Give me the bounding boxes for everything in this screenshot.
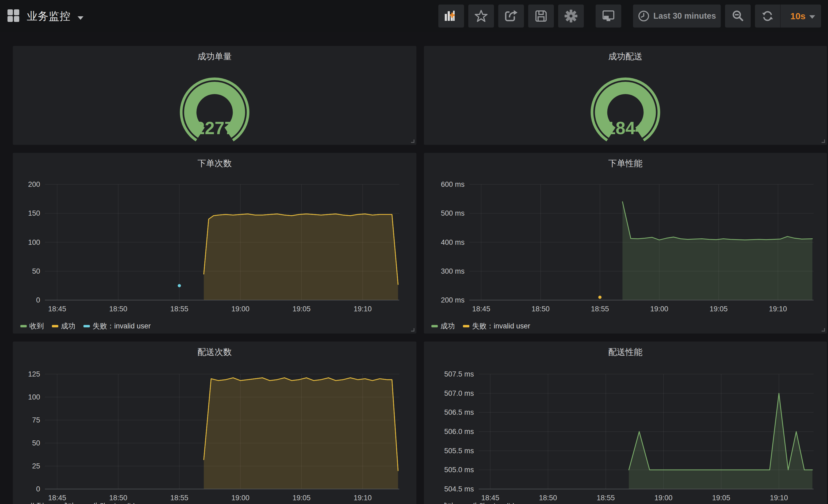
gauge-value: 1844: [606, 118, 645, 138]
x-axis-label: 19:05: [712, 494, 731, 502]
dashboard-title-caret-icon[interactable]: [78, 16, 83, 20]
legend-label: 成功: [441, 501, 455, 504]
y-axis-label: 150: [28, 209, 40, 217]
legend-item[interactable]: 失败：invalid user: [83, 501, 151, 504]
data-point[interactable]: [178, 284, 181, 287]
legend-item[interactable]: 失败：invalid user: [463, 321, 530, 331]
y-axis-label: 300 ms: [441, 267, 464, 275]
y-axis-label: 500 ms: [441, 209, 464, 217]
tv-cycle-button[interactable]: [595, 5, 621, 28]
clock-icon: [638, 10, 650, 22]
panel-order-performance: 下单性能 200 ms300 ms400 ms500 ms600 ms18:45…: [424, 153, 827, 333]
x-axis-label: 19:05: [709, 305, 728, 313]
y-axis-label: 507.0 ms: [444, 390, 474, 397]
dashboard-title[interactable]: 业务监控: [27, 9, 71, 24]
panel-resize-handle[interactable]: [410, 138, 415, 143]
y-axis-label: 25: [32, 462, 40, 470]
refresh-button[interactable]: [755, 5, 781, 28]
refresh-interval-label: 10s: [790, 11, 805, 21]
chart-legend: 收到成功失败：invalid user: [20, 501, 151, 504]
legend-label: 收到: [30, 321, 44, 331]
y-axis-label: 100: [28, 393, 40, 401]
x-axis-label: 18:50: [109, 305, 127, 313]
add-panel-icon: [444, 10, 458, 22]
x-axis-label: 18:45: [472, 305, 491, 313]
legend-item[interactable]: 收到: [20, 321, 44, 331]
zoom-out-icon: [732, 10, 744, 22]
y-axis-label: 400 ms: [441, 238, 464, 246]
legend-swatch: [52, 325, 58, 327]
save-button[interactable]: [528, 5, 554, 28]
legend-swatch: [20, 325, 27, 327]
star-icon: [474, 10, 488, 22]
x-axis-label: 19:10: [769, 305, 787, 313]
x-axis-label: 18:50: [109, 494, 127, 502]
legend-label: 收到: [30, 501, 44, 504]
legend-label: 失败：invalid user: [472, 321, 530, 331]
legend-swatch: [83, 325, 90, 327]
y-axis-label: 0: [36, 296, 40, 304]
panel-resize-handle[interactable]: [821, 327, 825, 332]
chevron-down-icon: [809, 15, 815, 19]
x-axis-label: 19:05: [293, 305, 311, 313]
legend-item[interactable]: 失败：invalid user: [463, 501, 530, 504]
y-axis-label: 200 ms: [441, 296, 464, 304]
y-axis-label: 506.5 ms: [444, 408, 474, 416]
legend-item[interactable]: 成功: [431, 321, 455, 331]
time-range-label: Last 30 minutes: [653, 11, 716, 21]
refresh-interval-dropdown[interactable]: 10s: [784, 5, 821, 28]
legend-item[interactable]: 成功: [431, 501, 455, 504]
legend-label: 失败：invalid user: [92, 501, 151, 504]
legend-item[interactable]: 失败：invalid user: [83, 321, 151, 331]
y-axis-label: 50: [32, 267, 40, 275]
x-axis-label: 18:55: [591, 305, 609, 313]
delivery-performance-chart[interactable]: 504.5 ms505.0 ms505.5 ms506.0 ms506.5 ms…: [424, 341, 827, 504]
add-panel-button[interactable]: [438, 5, 464, 28]
x-axis-label: 19:00: [654, 494, 673, 502]
panel-success-deliveries: 成功配送 1844: [424, 46, 827, 145]
chart-legend: 收到成功失败：invalid user: [20, 321, 151, 331]
time-range-button[interactable]: Last 30 minutes: [633, 5, 721, 28]
settings-button[interactable]: [558, 5, 584, 28]
legend-item[interactable]: 成功: [52, 321, 75, 331]
x-axis-label: 19:00: [231, 494, 250, 502]
y-axis-label: 504.5 ms: [444, 485, 474, 493]
x-axis-label: 18:50: [531, 305, 550, 313]
y-axis-label: 505.0 ms: [444, 466, 474, 474]
y-axis-label: 505.5 ms: [444, 447, 474, 455]
x-axis-label: 18:55: [170, 494, 189, 502]
x-axis-label: 18:45: [48, 494, 66, 502]
y-axis-label: 506.0 ms: [444, 427, 474, 436]
x-axis-label: 19:10: [354, 305, 372, 313]
data-point[interactable]: [598, 295, 602, 299]
x-axis-label: 19:00: [650, 305, 668, 313]
star-button[interactable]: [468, 5, 494, 28]
zoom-out-button[interactable]: [725, 5, 751, 28]
panel-order-count: 下单次数 05010015020018:4518:5018:5519:0019:…: [13, 153, 416, 333]
y-axis-label: 200: [28, 180, 40, 188]
panel-delivery-performance: 配送性能 504.5 ms505.0 ms505.5 ms506.0 ms506…: [424, 341, 827, 504]
panel-success-orders: 成功单量 2277: [13, 46, 416, 145]
legend-item[interactable]: 收到: [20, 501, 44, 504]
delivery-count-chart[interactable]: 025507510012518:4518:5018:5519:0019:0519…: [13, 341, 416, 504]
y-axis-label: 507.5 ms: [444, 370, 474, 378]
share-button[interactable]: [498, 5, 524, 28]
dashboards-grid-icon[interactable]: [7, 9, 20, 23]
navbar: 业务监控: [0, 0, 828, 32]
share-icon: [504, 9, 518, 23]
panel-resize-handle[interactable]: [821, 138, 825, 143]
gauge-value: 2277: [195, 118, 234, 138]
y-axis-label: 0: [36, 485, 40, 493]
legend-label: 失败：invalid user: [472, 501, 530, 504]
panel-delivery-count: 配送次数 025507510012518:4518:5018:5519:0019…: [13, 341, 416, 504]
gear-icon: [564, 9, 578, 23]
order-count-chart[interactable]: 05010015020018:4518:5018:5519:0019:0519:…: [13, 153, 416, 333]
gauge-success-orders[interactable]: 2277: [13, 46, 416, 145]
x-axis-label: 18:55: [170, 305, 189, 313]
legend-label: 失败：invalid user: [92, 321, 151, 331]
x-axis-label: 18:45: [48, 305, 66, 313]
gauge-success-deliveries[interactable]: 1844: [424, 46, 827, 145]
order-performance-chart[interactable]: 200 ms300 ms400 ms500 ms600 ms18:4518:50…: [424, 153, 827, 333]
legend-item[interactable]: 成功: [52, 501, 75, 504]
panel-resize-handle[interactable]: [410, 327, 415, 332]
